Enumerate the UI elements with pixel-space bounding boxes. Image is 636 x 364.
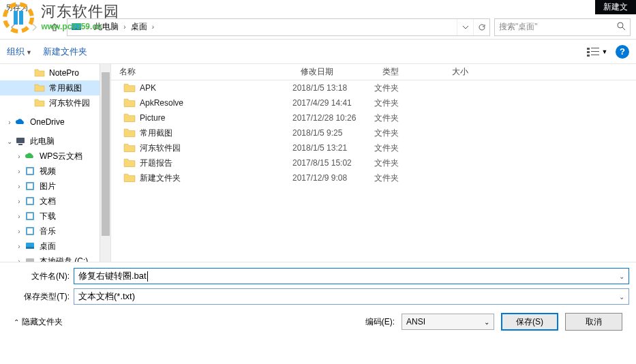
sidebar-item[interactable]: › OneDrive <box>0 115 110 130</box>
encoding-label: 编码(E): <box>365 316 395 328</box>
folder-icon <box>123 127 136 139</box>
chevron-down-icon[interactable]: ⌄ <box>619 293 624 301</box>
sidebar-item-label: 河东软件园 <box>49 97 90 109</box>
newfolder-button[interactable]: 新建文件夹 <box>43 46 87 58</box>
chevron-up-icon: ⌃ <box>14 318 19 326</box>
file-row[interactable]: 新建文件夹 2017/12/9 9:08 文件夹 <box>111 170 636 185</box>
file-date: 2018/1/5 9:25 <box>292 128 374 138</box>
breadcrumb[interactable]: › 此电脑 › 桌面 › <box>67 18 490 36</box>
file-type: 文件夹 <box>374 157 444 169</box>
chevron-down-icon[interactable]: ⌄ <box>619 273 624 280</box>
file-date: 2017/12/28 10:26 <box>292 113 374 123</box>
sidebar-item-label: 此电脑 <box>30 136 55 147</box>
svg-rect-26 <box>26 258 34 262</box>
folder-icon <box>123 142 136 154</box>
file-row[interactable]: ApkResolve 2017/4/29 14:41 文件夹 <box>111 95 636 110</box>
column-headers[interactable]: 名称 修改日期 类型 大小 <box>111 64 636 80</box>
search-input[interactable]: 搜索"桌面" <box>494 18 631 36</box>
file-row[interactable]: 常用截图 2018/1/5 9:25 文件夹 <box>111 125 636 140</box>
help-button[interactable]: ? <box>616 45 629 59</box>
sidebar-item[interactable]: › 本地磁盘 (C:) <box>0 254 110 262</box>
search-placeholder: 搜索"桌面" <box>499 21 538 33</box>
sidebar-item[interactable]: › 文档 <box>0 194 110 209</box>
folder-icon <box>123 112 136 124</box>
file-row[interactable]: Picture 2017/12/28 10:26 文件夹 <box>111 110 636 125</box>
filename-input[interactable]: 修复右键转圈.bat ⌄ <box>74 268 629 284</box>
folder-icon <box>34 97 45 108</box>
col-date[interactable]: 修改日期 <box>292 66 374 78</box>
nav-up-button[interactable] <box>46 19 63 35</box>
file-date: 2017/12/9 9:08 <box>292 173 374 183</box>
encoding-select[interactable]: ANSI ⌄ <box>402 314 494 330</box>
savetype-select[interactable]: 文本文档(*.txt) ⌄ <box>74 288 629 305</box>
sidebar-item-label: 下载 <box>40 211 56 222</box>
file-row[interactable]: 开题报告 2017/8/15 15:02 文件夹 <box>111 155 636 170</box>
titlebar-right-tab[interactable]: 新建文 <box>595 0 636 14</box>
sidebar-item[interactable]: › 图片 <box>0 179 110 194</box>
desktop-icon <box>70 21 82 33</box>
file-list: 名称 修改日期 类型 大小 APK 2018/1/5 13:18 文件夹 Apk… <box>111 64 636 262</box>
cancel-button[interactable]: 取消 <box>565 313 622 331</box>
file-date: 2018/1/5 13:18 <box>292 83 374 93</box>
address-bar: › 此电脑 › 桌面 › 搜索"桌面" <box>0 15 636 40</box>
view-mode-button[interactable]: ▼ <box>586 44 609 59</box>
file-date: 2017/8/15 15:02 <box>292 158 374 168</box>
chevron-right-icon[interactable]: › <box>150 23 156 31</box>
col-size[interactable]: 大小 <box>444 66 498 78</box>
sidebar-item[interactable]: NotePro <box>0 65 110 80</box>
sidebar-item-label: 图片 <box>40 181 56 192</box>
nav-back-button[interactable] <box>5 19 22 35</box>
svg-rect-13 <box>18 144 22 145</box>
col-type[interactable]: 类型 <box>374 66 444 78</box>
file-type: 文件夹 <box>374 97 444 109</box>
hide-folders-toggle[interactable]: ⌃ 隐藏文件夹 <box>14 316 63 328</box>
breadcrumb-dropdown-button[interactable] <box>457 19 473 35</box>
folder-icon <box>123 157 136 169</box>
lib-icon <box>25 211 35 222</box>
sidebar-item[interactable]: › 视频 <box>0 164 110 179</box>
search-icon <box>617 22 626 33</box>
sidebar-scrollbar[interactable] <box>100 64 110 262</box>
file-type: 文件夹 <box>374 112 444 124</box>
saveas-title: 另存为 <box>5 3 28 13</box>
chevron-right-icon[interactable]: › <box>85 23 91 31</box>
cloud2-icon <box>25 151 35 162</box>
file-row[interactable]: 河东软件园 2018/1/5 13:21 文件夹 <box>111 140 636 155</box>
sidebar-item-label: 音乐 <box>40 226 56 237</box>
file-type: 文件夹 <box>374 172 444 184</box>
sidebar-item[interactable]: › 桌面 <box>0 239 110 254</box>
refresh-button[interactable] <box>473 19 489 35</box>
desktop-icon <box>25 241 35 252</box>
organize-menu[interactable]: 组织▼ <box>7 46 32 58</box>
disk-icon <box>25 256 35 262</box>
lib-icon <box>25 166 35 177</box>
svg-rect-4 <box>72 28 81 30</box>
folder-icon <box>34 67 45 78</box>
sidebar-item[interactable]: › 下载 <box>0 209 110 224</box>
nav-forward-button[interactable] <box>26 19 42 35</box>
save-button[interactable]: 保存(S) <box>501 313 558 331</box>
svg-rect-25 <box>26 247 34 249</box>
file-name: APK <box>140 83 292 93</box>
sidebar-item[interactable]: › WPS云文档 <box>0 149 110 164</box>
col-name[interactable]: 名称 <box>111 66 292 78</box>
file-name: ApkResolve <box>140 98 292 108</box>
breadcrumb-current[interactable]: 桌面 <box>128 21 150 33</box>
sidebar-item[interactable]: 常用截图 <box>0 80 110 95</box>
breadcrumb-root[interactable]: 此电脑 <box>91 21 121 33</box>
svg-rect-23 <box>27 228 33 234</box>
file-type: 文件夹 <box>374 142 444 154</box>
sidebar-item[interactable]: ⌄ 此电脑 <box>0 134 110 149</box>
folder-icon <box>123 82 136 94</box>
sidebar-item[interactable]: 河东软件园 <box>0 95 110 110</box>
sidebar-item-label: 视频 <box>40 166 56 177</box>
file-row[interactable]: APK 2018/1/5 13:18 文件夹 <box>111 80 636 95</box>
lib-icon <box>25 226 35 237</box>
sidebar-item-label: 常用截图 <box>49 82 82 94</box>
sidebar-item-label: 本地磁盘 (C:) <box>40 256 88 262</box>
svg-rect-15 <box>27 168 33 174</box>
sidebar-item-label: NotePro <box>49 68 79 78</box>
sidebar: NotePro 常用截图 河东软件园 › OneDrive ⌄ 此电脑 › WP… <box>0 64 111 262</box>
sidebar-item[interactable]: › 音乐 <box>0 224 110 239</box>
chevron-right-icon[interactable]: › <box>121 23 127 31</box>
